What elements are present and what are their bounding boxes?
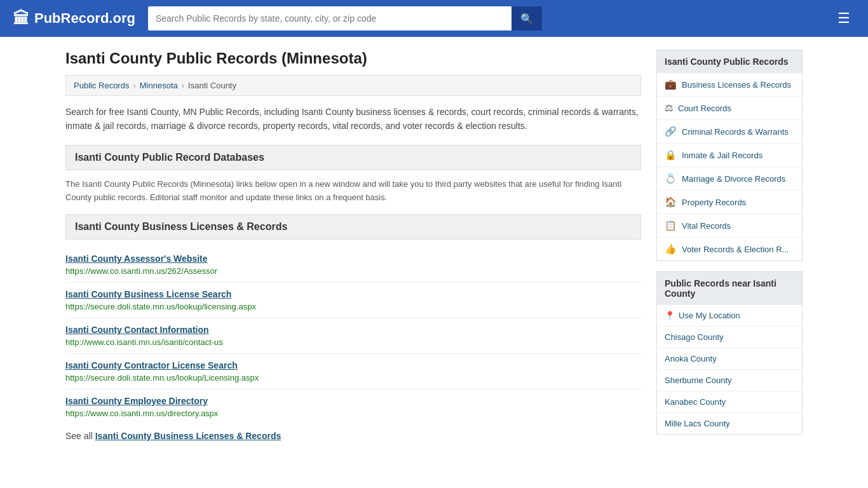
lock-icon: 🔒: [665, 149, 677, 161]
breadcrumb-sep-2: ›: [182, 81, 184, 90]
records-list: Isanti County Assessor's Website https:/…: [65, 247, 641, 424]
record-title-3[interactable]: Isanti County Contractor License Search: [65, 360, 641, 370]
sidebar-item-voter-records[interactable]: 👍 Voter Records & Election R...: [657, 238, 802, 261]
record-entry-2: Isanti County Contact Information http:/…: [65, 318, 641, 354]
clipboard-icon: 📋: [665, 220, 677, 231]
link-icon: 🔗: [665, 126, 677, 137]
record-url-2[interactable]: http://www.co.isanti.mn.us/isanti/contac…: [65, 337, 223, 347]
sidebar-records-box: Isanti County Public Records 💼 Business …: [656, 50, 803, 261]
record-title-4[interactable]: Isanti County Employee Directory: [65, 396, 641, 406]
record-url-0[interactable]: https://www.co.isanti.mn.us/262/Assessor: [65, 266, 217, 276]
sidebar-label-voter-records: Voter Records & Election R...: [682, 245, 789, 254]
sidebar-label-criminal-records: Criminal Records & Warrants: [682, 127, 789, 137]
search-bar-wrapper: 🔍: [148, 6, 542, 30]
sidebar: Isanti County Public Records 💼 Business …: [656, 50, 803, 447]
sidebar-item-marriage-records[interactable]: 💍 Marriage & Divorce Records: [657, 167, 802, 191]
databases-description: The Isanti County Public Records (Minnes…: [65, 178, 641, 205]
site-logo[interactable]: 🏛 PubRecord.org: [13, 9, 135, 29]
scales-icon: ⚖: [665, 102, 673, 114]
nearby-kanabec[interactable]: Kanabec County: [657, 391, 802, 413]
business-section-header: Isanti County Business Licenses & Record…: [65, 214, 641, 240]
record-url-3[interactable]: https://secure.doli.state.mn.us/lookup/L…: [65, 373, 259, 383]
ring-icon: 💍: [665, 173, 677, 184]
thumbsup-icon: 👍: [665, 243, 677, 255]
sidebar-label-marriage-records: Marriage & Divorce Records: [682, 174, 785, 184]
site-header: 🏛 PubRecord.org 🔍 ☰: [0, 0, 868, 37]
use-location-label: Use My Location: [679, 311, 740, 320]
content-area: Isanti County Public Records (Minnesota)…: [65, 50, 641, 447]
breadcrumb: Public Records › Minnesota › Isanti Coun…: [65, 75, 641, 96]
breadcrumb-current: Isanti County: [188, 81, 236, 90]
record-entry-0: Isanti County Assessor's Website https:/…: [65, 247, 641, 283]
house-icon: 🏠: [665, 196, 677, 208]
breadcrumb-sep-1: ›: [133, 81, 135, 90]
record-title-2[interactable]: Isanti County Contact Information: [65, 325, 641, 335]
sidebar-label-property-records: Property Records: [682, 198, 746, 207]
search-icon: 🔍: [520, 13, 533, 24]
hamburger-icon: ☰: [837, 10, 850, 26]
main-wrapper: Isanti County Public Records (Minnesota)…: [53, 37, 815, 460]
record-entry-3: Isanti County Contractor License Search …: [65, 354, 641, 390]
menu-button[interactable]: ☰: [832, 8, 855, 29]
sidebar-records-header: Isanti County Public Records: [657, 50, 802, 73]
record-title-0[interactable]: Isanti County Assessor's Website: [65, 254, 641, 264]
breadcrumb-minnesota[interactable]: Minnesota: [140, 81, 178, 90]
sidebar-nearby-box: Public Records near Isanti County 📍 Use …: [656, 271, 803, 435]
nearby-millelacs[interactable]: Mille Lacs County: [657, 413, 802, 434]
breadcrumb-public-records[interactable]: Public Records: [74, 81, 129, 90]
search-input[interactable]: [148, 6, 512, 30]
nearby-sherburne[interactable]: Sherburne County: [657, 370, 802, 391]
record-title-1[interactable]: Isanti County Business License Search: [65, 289, 641, 299]
sidebar-label-inmate-records: Inmate & Jail Records: [682, 151, 763, 160]
sidebar-item-property-records[interactable]: 🏠 Property Records: [657, 191, 802, 214]
record-entry-1: Isanti County Business License Search ht…: [65, 283, 641, 318]
sidebar-nearby-header: Public Records near Isanti County: [657, 272, 802, 305]
nearby-chisago[interactable]: Chisago County: [657, 327, 802, 348]
record-entry-4: Isanti County Employee Directory https:/…: [65, 390, 641, 424]
record-url-4[interactable]: https://www.co.isanti.mn.us/directory.as…: [65, 409, 218, 418]
sidebar-item-court-records[interactable]: ⚖ Court Records: [657, 97, 802, 120]
record-url-1[interactable]: https://secure.doli.state.mn.us/lookup/l…: [65, 302, 256, 311]
use-location[interactable]: 📍 Use My Location: [657, 305, 802, 327]
logo-text: PubRecord.org: [34, 10, 135, 27]
sidebar-item-business-licenses[interactable]: 💼 Business Licenses & Records: [657, 73, 802, 97]
see-all-line: See all Isanti County Business Licenses …: [65, 424, 641, 447]
search-button[interactable]: 🔍: [512, 6, 542, 30]
nearby-anoka[interactable]: Anoka County: [657, 348, 802, 370]
see-all-link[interactable]: Isanti County Business Licenses & Record…: [95, 431, 281, 441]
sidebar-label-court-records: Court Records: [678, 104, 731, 113]
sidebar-label-vital-records: Vital Records: [682, 221, 731, 231]
databases-section-header: Isanti County Public Record Databases: [65, 145, 641, 170]
location-icon: 📍: [665, 311, 675, 320]
page-title: Isanti County Public Records (Minnesota): [65, 50, 641, 67]
sidebar-item-criminal-records[interactable]: 🔗 Criminal Records & Warrants: [657, 120, 802, 144]
sidebar-label-business-licenses: Business Licenses & Records: [682, 80, 791, 90]
sidebar-item-inmate-records[interactable]: 🔒 Inmate & Jail Records: [657, 144, 802, 167]
see-all-text: See all: [65, 431, 95, 441]
page-description: Search for free Isanti County, MN Public…: [65, 105, 641, 133]
briefcase-icon: 💼: [665, 79, 677, 90]
sidebar-item-vital-records[interactable]: 📋 Vital Records: [657, 214, 802, 238]
logo-icon: 🏛: [13, 9, 29, 29]
